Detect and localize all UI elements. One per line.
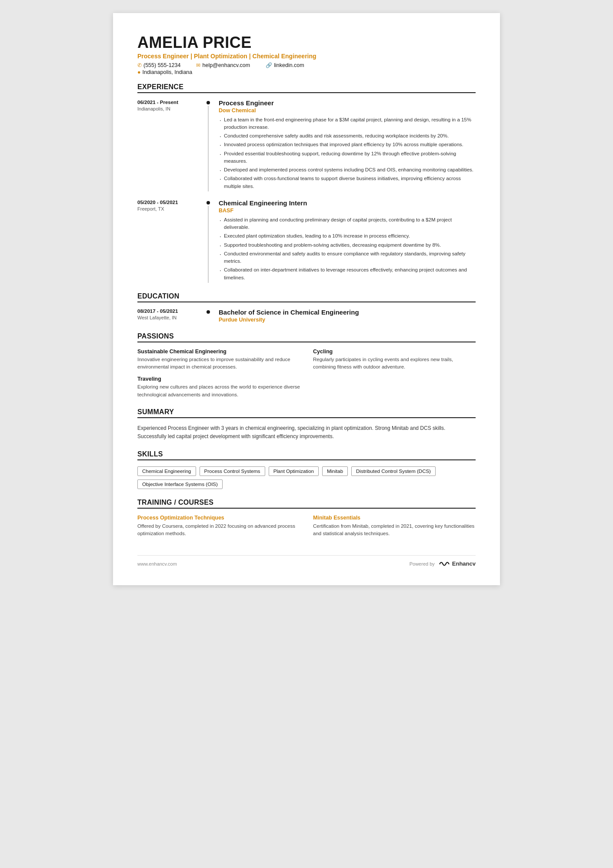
skill-4: Minitab <box>322 466 348 476</box>
exp-title-1: Process Engineer <box>219 99 476 107</box>
skill-1: Chemical Engineering <box>137 466 196 476</box>
training-title: TRAINING / COURSES <box>137 499 476 509</box>
skills-grid: Chemical Engineering Process Control Sys… <box>137 466 476 489</box>
passions-grid: Sustainable Chemical Engineering Innovat… <box>137 349 476 399</box>
edu-timeline-1 <box>205 308 212 323</box>
footer: www.enhancv.com Powered by Enhancv <box>137 555 476 568</box>
email-address: help@enhancv.com <box>202 62 250 68</box>
powered-by-text: Powered by <box>410 561 435 566</box>
passion-name-2: Cycling <box>313 349 476 355</box>
enhancv-brand-name: Enhancv <box>452 560 476 567</box>
exp-timeline-2 <box>205 199 212 283</box>
contact-row: ✆ (555) 555-1234 ✉ help@enhancv.com 🔗 li… <box>137 62 476 68</box>
edu-school-1: Purdue University <box>219 317 476 323</box>
edu-date-1: 08/2017 - 05/2021 <box>137 308 205 314</box>
exp-location-1: Indianapolis, IN <box>137 106 205 111</box>
passion-name-3: Traveling <box>137 376 300 382</box>
exp-right-1: Process Engineer Dow Chemical Led a team… <box>212 99 476 191</box>
passions-title: PASSIONS <box>137 332 476 342</box>
location-icon: ● <box>137 69 141 75</box>
passion-desc-2: Regularly participates in cycling events… <box>313 356 476 371</box>
exp-bullets-2: Assisted in planning and conducting prel… <box>219 216 476 282</box>
exp-date-2: 05/2020 - 05/2021 <box>137 200 205 205</box>
candidate-name: AMELIA PRICE <box>137 34 476 51</box>
bullet-2-1: Assisted in planning and conducting prel… <box>219 216 476 231</box>
edu-left-1: 08/2017 - 05/2021 West Lafayette, IN <box>137 308 205 323</box>
exp-timeline-1 <box>205 99 212 191</box>
edu-degree-1: Bachelor of Science in Chemical Engineer… <box>219 308 476 316</box>
passions-section: PASSIONS Sustainable Chemical Engineerin… <box>137 332 476 399</box>
bullet-2-4: Conducted environmental and safety audit… <box>219 250 476 265</box>
experience-item-2: 05/2020 - 05/2021 Freeport, TX Chemical … <box>137 199 476 283</box>
passion-name-1: Sustainable Chemical Engineering <box>137 349 300 355</box>
linkedin-contact: 🔗 linkedin.com <box>266 62 304 68</box>
exp-dot-1 <box>207 101 210 104</box>
summary-title: SUMMARY <box>137 408 476 418</box>
email-contact: ✉ help@enhancv.com <box>196 62 250 68</box>
enhancv-icon <box>438 560 450 568</box>
edu-location-1: West Lafayette, IN <box>137 315 205 320</box>
bullet-1-5: Developed and implemented process contro… <box>219 166 476 174</box>
education-title: EDUCATION <box>137 292 476 302</box>
phone-number: (555) 555-1234 <box>143 62 180 68</box>
bullet-1-6: Collaborated with cross-functional teams… <box>219 175 476 190</box>
training-title-2: Minitab Essentials <box>313 515 476 521</box>
training-grid: Process Optimization Techniques Offered … <box>137 515 476 538</box>
bullet-1-4: Provided essential troubleshooting suppo… <box>219 150 476 165</box>
phone-icon: ✆ <box>137 62 142 68</box>
phone-contact: ✆ (555) 555-1234 <box>137 62 180 68</box>
passion-desc-1: Innovative engineering practices to impr… <box>137 356 300 371</box>
exp-left-2: 05/2020 - 05/2021 Freeport, TX <box>137 199 205 283</box>
training-section: TRAINING / COURSES Process Optimization … <box>137 499 476 538</box>
bullet-1-2: Conducted comprehensive safety audits an… <box>219 132 476 140</box>
training-2: Minitab Essentials Certification from Mi… <box>313 515 476 538</box>
exp-location-2: Freeport, TX <box>137 206 205 211</box>
exp-line-2 <box>208 206 209 283</box>
bullet-2-5: Collaborated on inter-department initiat… <box>219 266 476 282</box>
footer-brand: Powered by Enhancv <box>410 560 476 568</box>
skills-section: SKILLS Chemical Engineering Process Cont… <box>137 450 476 489</box>
bullet-1-1: Led a team in the front-end engineering … <box>219 116 476 131</box>
experience-item-1: 06/2021 - Present Indianapolis, IN Proce… <box>137 99 476 191</box>
training-desc-2: Certification from Minitab, completed in… <box>313 523 476 538</box>
edu-dot-1 <box>207 310 210 314</box>
exp-company-1: Dow Chemical <box>219 107 476 114</box>
link-icon: 🔗 <box>266 62 272 68</box>
tagline: Process Engineer | Plant Optimization | … <box>137 53 476 60</box>
resume-page: AMELIA PRICE Process Engineer | Plant Op… <box>113 13 500 585</box>
enhancv-logo: Enhancv <box>438 560 476 568</box>
exp-title-2: Chemical Engineering Intern <box>219 199 476 207</box>
training-title-1: Process Optimization Techniques <box>137 515 300 521</box>
exp-line-1 <box>208 106 209 191</box>
training-desc-1: Offered by Coursera, completed in 2022 f… <box>137 523 300 538</box>
skills-title: SKILLS <box>137 450 476 460</box>
location-row: ● Indianapolis, Indiana <box>137 69 476 75</box>
experience-title: EXPERIENCE <box>137 83 476 93</box>
passion-2: Cycling Regularly participates in cyclin… <box>313 349 476 371</box>
passion-3: Traveling Exploring new cultures and pla… <box>137 376 300 399</box>
experience-section: EXPERIENCE 06/2021 - Present Indianapoli… <box>137 83 476 283</box>
passion-desc-3: Exploring new cultures and places across… <box>137 383 300 399</box>
header: AMELIA PRICE Process Engineer | Plant Op… <box>137 34 476 75</box>
exp-date-1: 06/2021 - Present <box>137 100 205 105</box>
location: Indianapolis, Indiana <box>143 69 193 75</box>
skill-6: Objective Interface Systems (OIS) <box>137 479 223 489</box>
bullet-2-3: Supported troubleshooting and problem-so… <box>219 241 476 249</box>
skill-3: Plant Optimization <box>269 466 319 476</box>
passion-1: Sustainable Chemical Engineering Innovat… <box>137 349 300 371</box>
exp-left-1: 06/2021 - Present Indianapolis, IN <box>137 99 205 191</box>
email-icon: ✉ <box>196 62 200 68</box>
edu-right-1: Bachelor of Science in Chemical Engineer… <box>212 308 476 323</box>
education-section: EDUCATION 08/2017 - 05/2021 West Lafayet… <box>137 292 476 323</box>
exp-bullets-1: Led a team in the front-end engineering … <box>219 116 476 190</box>
bullet-2-2: Executed plant optimization studies, lea… <box>219 232 476 240</box>
skill-5: Distributed Control System (DCS) <box>351 466 436 476</box>
summary-section: SUMMARY Experienced Process Engineer wit… <box>137 408 476 441</box>
exp-dot-2 <box>207 201 210 204</box>
exp-right-2: Chemical Engineering Intern BASF Assiste… <box>212 199 476 283</box>
footer-website: www.enhancv.com <box>137 561 177 566</box>
bullet-1-3: Innovated process optimization technique… <box>219 141 476 148</box>
skill-2: Process Control Systems <box>200 466 265 476</box>
exp-company-2: BASF <box>219 208 476 214</box>
education-item-1: 08/2017 - 05/2021 West Lafayette, IN Bac… <box>137 308 476 323</box>
